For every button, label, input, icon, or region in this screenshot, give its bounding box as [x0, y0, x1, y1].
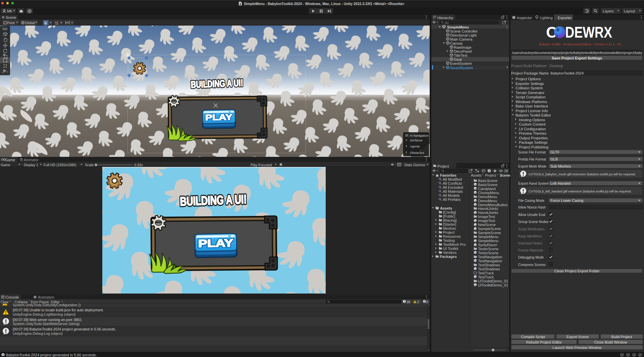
svg-text:DEWRX: DEWRX [565, 24, 612, 41]
svg-text:Babylon Toolkit - Professional: Babylon Toolkit - Professional Edition -… [539, 42, 622, 46]
